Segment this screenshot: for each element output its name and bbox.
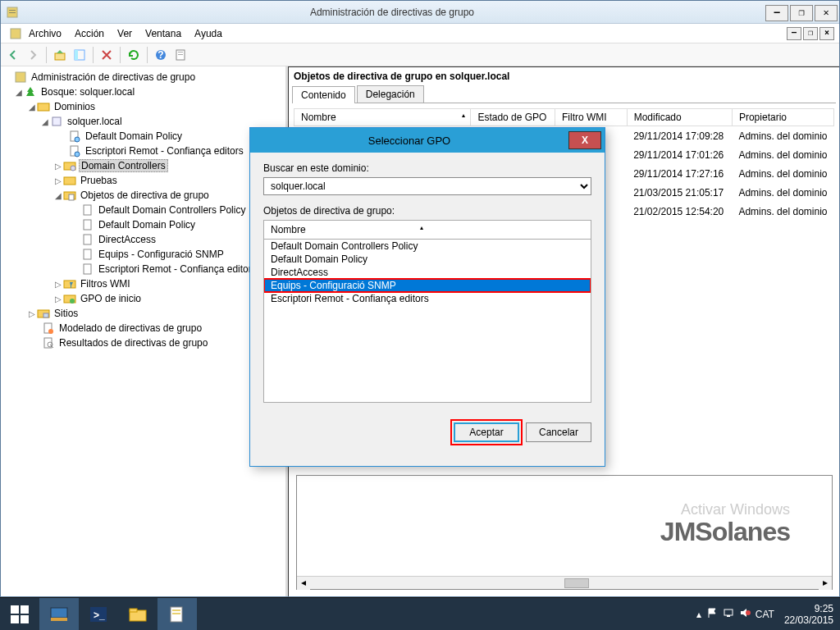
ou-icon: [63, 159, 76, 172]
window-buttons: — ❐ ✕: [765, 3, 839, 21]
col-filtro[interactable]: Filtro WMI: [555, 109, 627, 126]
gpo-list[interactable]: Default Domain Controllers PolicyDefault…: [263, 239, 591, 403]
sort-asc-icon: ▴: [462, 112, 465, 119]
tab-delegacion[interactable]: Delegación: [357, 85, 424, 103]
taskbar-explorer[interactable]: [118, 598, 158, 631]
taskbar-server-manager[interactable]: [39, 598, 79, 631]
svg-rect-57: [727, 615, 730, 617]
accept-button[interactable]: Aceptar: [454, 422, 519, 442]
tree-dominios[interactable]: Dominios: [52, 101, 97, 112]
list-item[interactable]: Equips - Configuració SNMP: [264, 279, 591, 292]
list-item[interactable]: Default Domain Controllers Policy: [264, 240, 591, 253]
taskbar-powershell[interactable]: >_: [79, 598, 118, 631]
maximize-button[interactable]: ❐: [790, 5, 813, 21]
svg-rect-23: [69, 194, 74, 200]
tree-domain[interactable]: solquer.local: [66, 116, 124, 127]
tree-sitios[interactable]: Sitios: [52, 308, 80, 319]
up-button[interactable]: [51, 46, 69, 64]
scroll-right-icon[interactable]: ▸: [819, 577, 832, 590]
scroll-left-icon[interactable]: ◂: [297, 577, 310, 590]
svg-rect-2: [9, 12, 16, 13]
titlebar: Administración de directivas de grupo — …: [1, 1, 839, 24]
dialog-titlebar[interactable]: Seleccionar GPO X: [250, 128, 605, 153]
dialog-close-button[interactable]: X: [568, 131, 601, 149]
expand-icon[interactable]: ◢: [53, 191, 63, 200]
tray-volume-icon[interactable]: [739, 607, 751, 621]
expand-icon[interactable]: ▷: [53, 176, 63, 185]
scroll-thumb[interactable]: [564, 578, 589, 588]
properties-button[interactable]: [171, 46, 189, 64]
tab-contenido[interactable]: Contenido: [292, 86, 355, 103]
horizontal-scrollbar[interactable]: ◂ ▸: [297, 576, 832, 589]
tray-network-icon[interactable]: [723, 607, 734, 621]
tree-gpo-objects[interactable]: Objetos de directiva de grupo: [79, 189, 211, 201]
mdi-close-button[interactable]: ×: [819, 27, 834, 40]
tree-gpo-inicio[interactable]: GPO de inicio: [79, 293, 143, 304]
list-item[interactable]: Escriptori Remot - Confiança editors: [264, 292, 591, 305]
nav-forward-button[interactable]: [24, 46, 42, 64]
tree-filtros-wmi[interactable]: Filtros WMI: [79, 278, 132, 290]
tree-gpo-item[interactable]: Equips - Configuració SNMP: [97, 249, 226, 260]
tray-up-icon[interactable]: ▴: [696, 609, 701, 620]
gpo-icon: [81, 248, 94, 261]
menu-archivo[interactable]: Archivo: [22, 25, 68, 42]
tree-gpo-item[interactable]: Default Domain Policy: [97, 219, 197, 231]
list-item[interactable]: Default Domain Policy: [264, 253, 591, 266]
menu-accion[interactable]: Acción: [68, 25, 111, 42]
tray-flag-icon[interactable]: [706, 607, 718, 621]
taskbar-gpmc[interactable]: [158, 598, 197, 631]
tree-root[interactable]: Administración de directivas de grupo: [30, 71, 197, 83]
menu-ayuda[interactable]: Ayuda: [188, 25, 229, 42]
expand-icon[interactable]: ◢: [14, 88, 24, 97]
tree-pane[interactable]: Administración de directivas de grupo ◢B…: [1, 66, 288, 596]
close-button[interactable]: ✕: [815, 5, 838, 21]
svg-point-35: [48, 329, 53, 334]
expand-icon[interactable]: ◢: [27, 103, 37, 112]
col-propietario[interactable]: Propietario: [732, 109, 833, 126]
tree-gpo-item[interactable]: Default Domain Controllers Policy: [97, 204, 247, 216]
tree-domain-controllers[interactable]: Domain Controllers: [79, 159, 168, 172]
expand-icon[interactable]: ▷: [53, 294, 63, 304]
svg-rect-43: [11, 605, 19, 614]
col-nombre[interactable]: Nombre▴: [294, 109, 471, 126]
list-col-nombre[interactable]: Nombre▴: [263, 220, 591, 239]
refresh-button[interactable]: [125, 46, 143, 64]
minimize-button[interactable]: —: [765, 5, 788, 21]
delete-button[interactable]: [98, 46, 116, 64]
svg-point-31: [70, 299, 75, 304]
tree-modelado[interactable]: Modelado de directivas de grupo: [57, 322, 203, 334]
cancel-button[interactable]: Cancelar: [526, 422, 591, 442]
tree-default-domain-policy[interactable]: Default Domain Policy: [84, 130, 184, 142]
menu-ver[interactable]: Ver: [111, 25, 139, 42]
tree-pruebas[interactable]: Pruebas: [79, 175, 119, 186]
col-estado[interactable]: Estado de GPO: [471, 109, 555, 126]
wmi-filter-icon: [63, 277, 76, 290]
nav-back-button[interactable]: [4, 46, 22, 64]
expand-icon[interactable]: ▷: [53, 162, 63, 171]
tray-clock[interactable]: 9:25 22/03/2015: [779, 603, 833, 626]
svg-rect-55: [172, 613, 180, 614]
start-button[interactable]: [0, 598, 39, 631]
console-tree-button[interactable]: [71, 46, 89, 64]
menu-ventana[interactable]: Ventana: [139, 25, 188, 42]
col-modificado[interactable]: Modificado: [627, 109, 732, 126]
tree-gpo-item[interactable]: Escriptori Remot - Confiança editors: [97, 263, 258, 275]
app-icon: [6, 6, 19, 19]
gpo-link-icon: [68, 144, 81, 158]
mdi-minimize-button[interactable]: –: [787, 27, 801, 40]
tree-gpo-item[interactable]: DirectAccess: [97, 234, 158, 245]
sort-asc-icon: ▴: [420, 224, 423, 231]
expand-icon[interactable]: ▷: [27, 309, 37, 318]
taskbar: >_ ▴ CAT 9:25 22/03/2015: [0, 597, 840, 630]
tray-lang[interactable]: CAT: [756, 609, 774, 620]
tree-escriptori-remot[interactable]: Escriptori Remot - Confiança editors: [84, 145, 245, 157]
tree-forest[interactable]: Bosque: solquer.local: [39, 86, 136, 98]
list-item[interactable]: DirectAccess: [264, 266, 591, 279]
expand-icon[interactable]: ◢: [40, 117, 50, 126]
help-button[interactable]: ?: [152, 46, 170, 64]
tree-resultados[interactable]: Resultados de directivas de grupo: [57, 337, 209, 349]
svg-rect-26: [84, 235, 91, 244]
mdi-restore-button[interactable]: ❐: [803, 27, 818, 40]
expand-icon[interactable]: ▷: [53, 280, 63, 289]
domain-select[interactable]: solquer.local: [263, 177, 591, 195]
